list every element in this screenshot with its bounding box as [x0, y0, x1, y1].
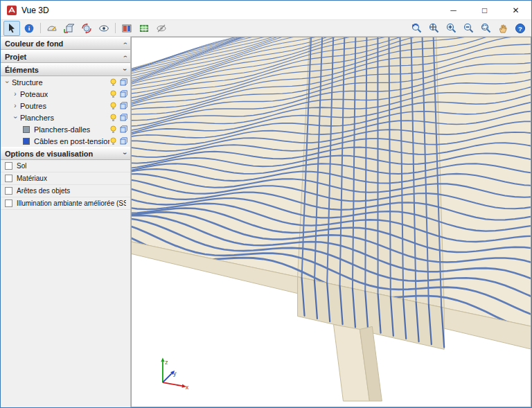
workplane-icon — [121, 23, 132, 34]
ghost-box-icon[interactable] — [120, 125, 127, 133]
maximize-button[interactable]: □ — [469, 1, 500, 19]
zoom-extents-button[interactable] — [425, 21, 442, 36]
camera-eye-button[interactable] — [96, 21, 112, 36]
section-projet[interactable]: Projet › — [1, 50, 130, 63]
visibility-bulb-icon[interactable] — [109, 125, 117, 134]
vue3d-window: Vue 3D ─ □ ✕ i — [0, 0, 532, 408]
ghost-box-icon[interactable] — [120, 78, 127, 86]
zoom-out-icon — [463, 22, 475, 34]
option-ssao[interactable]: Illumination ambiante améliorée (SSAO) — [1, 197, 130, 210]
color-swatch — [23, 126, 30, 133]
section-options-visualisation[interactable]: Options de visualisation › — [1, 147, 130, 160]
section-label: Éléments — [5, 66, 39, 74]
protractor-icon — [46, 23, 57, 34]
chevron-down-icon[interactable]: › — [121, 152, 129, 154]
zoom-window-button[interactable] — [477, 21, 494, 36]
toolbar-separator — [40, 23, 41, 33]
zoom-out-button[interactable] — [460, 21, 477, 36]
color-swatch — [23, 138, 30, 145]
option-sol[interactable]: Sol — [1, 160, 130, 172]
close-button[interactable]: ✕ — [500, 1, 531, 19]
eye-icon — [98, 23, 109, 34]
tree-item-planchers[interactable]: › Planchers — [1, 112, 130, 123]
info-button[interactable]: i — [21, 21, 37, 36]
orbit-icon — [81, 23, 92, 34]
expander-icon[interactable]: › — [12, 90, 19, 98]
tree-item-structure[interactable]: › Structure — [1, 76, 130, 88]
expander-icon[interactable]: › — [12, 114, 19, 121]
toolbar-separator — [115, 23, 116, 33]
ssao-checkbox[interactable] — [5, 199, 12, 207]
ghost-box-icon[interactable] — [120, 102, 127, 109]
view-cube-button[interactable] — [61, 21, 78, 36]
ghost-box-icon[interactable] — [120, 114, 127, 121]
eye-slash-icon — [156, 23, 167, 34]
sol-checkbox[interactable] — [5, 162, 12, 170]
pan-hand-icon — [497, 23, 508, 34]
visibility-bulb-icon[interactable] — [109, 78, 117, 87]
toolbar: i — [1, 19, 531, 37]
pan-button[interactable] — [495, 21, 511, 36]
hidden-elements-button[interactable] — [153, 21, 170, 36]
axis-label-z: z — [165, 359, 168, 366]
window-title: Vue 3D — [21, 6, 49, 15]
zoom-previous-button[interactable] — [408, 21, 425, 36]
expander-icon[interactable]: › — [3, 79, 11, 86]
section-couleur-de-fond[interactable]: Couleur de fond › — [1, 37, 130, 50]
titlebar: Vue 3D ─ □ ✕ — [1, 1, 531, 19]
section-label: Options de visualisation — [5, 150, 93, 158]
material-grid-button[interactable] — [136, 21, 152, 36]
zoom-extents-icon — [428, 22, 440, 34]
zoom-previous-icon — [411, 22, 423, 34]
option-materiaux[interactable]: Matériaux — [1, 172, 130, 185]
section-elements[interactable]: Éléments › — [1, 63, 130, 76]
aretes-checkbox[interactable] — [5, 187, 12, 195]
zoom-window-icon — [480, 22, 492, 34]
app-icon — [6, 5, 17, 16]
expander-icon[interactable]: › — [12, 102, 19, 109]
help-button[interactable]: ? — [512, 21, 529, 36]
axis-label-y: y — [173, 370, 177, 377]
chevron-up-icon[interactable]: › — [121, 55, 129, 57]
materiaux-checkbox[interactable] — [5, 175, 12, 182]
help-icon: ? — [515, 23, 526, 34]
svg-text:?: ? — [518, 24, 522, 32]
ghost-box-icon[interactable] — [120, 137, 127, 145]
measure-button[interactable] — [44, 21, 60, 36]
tree-item-cables-post-tension[interactable]: Câbles en post-tension — [1, 135, 130, 147]
view-cube-icon — [64, 23, 75, 34]
chevron-down-icon[interactable]: › — [121, 69, 129, 71]
grid-icon — [139, 23, 150, 34]
workplane-display-button[interactable] — [118, 21, 135, 36]
tree-item-planchers-dalles[interactable]: Planchers-dalles — [1, 123, 130, 135]
cursor-icon — [6, 23, 17, 34]
orbit-view-button[interactable] — [78, 21, 95, 36]
viewport-3d[interactable]: zyx — [131, 37, 531, 407]
visibility-bulb-icon[interactable] — [109, 114, 117, 122]
chevron-up-icon[interactable]: › — [121, 42, 129, 44]
visibility-bulb-icon[interactable] — [109, 137, 117, 145]
zoom-in-icon — [445, 22, 457, 34]
tree-item-poutres[interactable]: › Poutres — [1, 100, 130, 112]
section-label: Projet — [5, 53, 26, 61]
zoom-in-button[interactable] — [443, 21, 459, 36]
info-icon: i — [24, 23, 35, 34]
tree-item-poteaux[interactable]: › Poteaux — [1, 88, 130, 100]
render-canvas[interactable]: zyx — [132, 37, 531, 407]
section-label: Couleur de fond — [5, 39, 63, 48]
ghost-box-icon[interactable] — [120, 90, 127, 98]
sidebar-panel: Couleur de fond › Projet › Éléments › › … — [1, 37, 131, 407]
orientation-axes: zyx — [161, 357, 189, 391]
minimize-button[interactable]: ─ — [438, 1, 469, 19]
visibility-bulb-icon[interactable] — [109, 90, 117, 98]
select-tool-button[interactable] — [3, 21, 20, 36]
axis-label-x: x — [186, 384, 189, 391]
visibility-bulb-icon[interactable] — [109, 102, 117, 110]
option-aretes[interactable]: Arêtes des objets — [1, 185, 130, 197]
